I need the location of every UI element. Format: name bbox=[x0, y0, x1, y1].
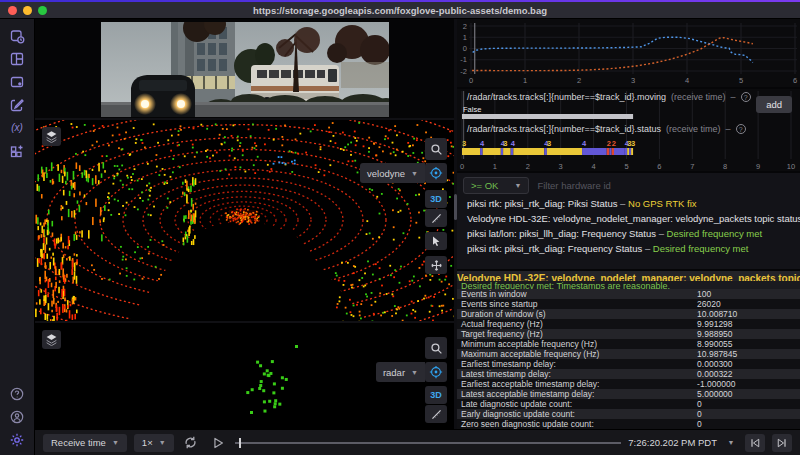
extensions-icon[interactable] bbox=[2, 139, 32, 162]
moving-state-bar bbox=[462, 114, 633, 119]
message-separator: – bbox=[642, 243, 653, 254]
layouts-icon[interactable] bbox=[2, 47, 32, 70]
diagnostic-message-row[interactable]: piksi lat/lon: piksi_llh_diag: Frequency… bbox=[457, 226, 800, 241]
diagnostic-message-row[interactable]: Velodyne HDL-32E: velodyne_nodelet_manag… bbox=[457, 211, 800, 226]
diagnostic-detail-title: Velodyne HDL-32E: velodyne_nodelet_manag… bbox=[457, 271, 800, 281]
status-state-label: 3 bbox=[547, 139, 551, 148]
timeline-playhead[interactable] bbox=[239, 438, 241, 448]
state-transitions-panel: 012345678910False3443443422433 /radar/tr… bbox=[457, 89, 800, 173]
follow-target-icon[interactable] bbox=[425, 362, 447, 382]
status-state-segment bbox=[614, 148, 625, 155]
frame-select-dropdown[interactable]: radar▼ bbox=[376, 362, 425, 382]
status-state-segment bbox=[607, 148, 610, 155]
table-row: Earliest acceptable timestamp delay:-1.0… bbox=[457, 379, 800, 389]
seek-backward-button[interactable] bbox=[745, 434, 765, 452]
row-value: 0 bbox=[697, 419, 800, 429]
help-icon[interactable]: ? bbox=[741, 92, 751, 102]
message-label: piksi rtk: piksi_rtk_diag: Frequency Sta… bbox=[467, 243, 642, 254]
resize-grip[interactable] bbox=[454, 194, 457, 220]
row-label: Zero seen diagnostic update count: bbox=[457, 419, 697, 429]
row-label: Latest acceptable timestamp delay: bbox=[457, 389, 697, 399]
timestamp-mode-dropdown[interactable]: Receive time ▼ bbox=[43, 434, 127, 452]
svg-text:2: 2 bbox=[463, 22, 467, 31]
frame-select-value: radar bbox=[383, 367, 405, 378]
topic-path[interactable]: /radar/tracks.tracks[:]{number==$track_i… bbox=[467, 124, 661, 134]
hardware-id-filter-input[interactable] bbox=[537, 180, 794, 191]
plot-gridlines: 0123456210-1-2 bbox=[460, 22, 797, 86]
plot-series-track-velocity-blue bbox=[473, 37, 753, 62]
account-icon[interactable] bbox=[2, 405, 32, 428]
play-button-icon[interactable] bbox=[208, 434, 228, 452]
seek-forward-button[interactable] bbox=[772, 434, 792, 452]
3d-mode-button[interactable]: 3D bbox=[425, 386, 447, 404]
plot-series-track-accel-orange bbox=[472, 38, 753, 71]
status-state-label: 4 bbox=[480, 139, 485, 148]
time-format-dropdown-icon[interactable]: ▼ bbox=[724, 434, 738, 452]
add-panel-icon[interactable] bbox=[2, 70, 32, 93]
layers-icon[interactable] bbox=[42, 330, 61, 349]
diagnostic-table: Events in window100Events since startup2… bbox=[457, 289, 800, 429]
help-icon[interactable] bbox=[2, 382, 32, 405]
table-row: Target frequency (Hz)9.988950 bbox=[457, 329, 800, 339]
row-label: Earliest timestamp delay: bbox=[457, 359, 697, 369]
svg-text:2: 2 bbox=[577, 76, 581, 85]
select-cursor-icon[interactable] bbox=[425, 232, 447, 250]
row-value: 26020 bbox=[697, 299, 800, 309]
diagnostic-message-row[interactable]: piksi rtk: piksi_rtk_diag: Frequency Sta… bbox=[457, 241, 800, 256]
playback-time: 7:26:20.202 PM PDT bbox=[628, 437, 717, 448]
frame-select-dropdown[interactable]: velodyne▼ bbox=[360, 163, 425, 183]
3d-mode-button[interactable]: 3D bbox=[425, 190, 447, 208]
data-source-icon[interactable] bbox=[2, 24, 32, 47]
svg-text:-1: -1 bbox=[460, 55, 467, 64]
transition-topic-row: /radar/tracks.tracks[:]{number==$track_i… bbox=[467, 124, 746, 134]
playback-speed-value: 1× bbox=[142, 437, 153, 448]
svg-text:0: 0 bbox=[460, 162, 464, 171]
row-value: 10.987845 bbox=[697, 349, 800, 359]
status-state-label: 4 bbox=[582, 139, 587, 148]
diagnostic-message-row[interactable]: piksi rtk: piksi_rtk_diag: Piksi Status … bbox=[457, 196, 800, 211]
receive-time-label: (receive time) bbox=[666, 124, 721, 134]
timeline-track[interactable] bbox=[235, 442, 622, 444]
svg-text:3: 3 bbox=[559, 162, 563, 171]
follow-target-icon[interactable] bbox=[425, 163, 447, 183]
row-value: 8.990055 bbox=[697, 339, 800, 349]
topic-path[interactable]: /radar/tracks.tracks[:]{number==$track_i… bbox=[467, 92, 666, 102]
playback-timeline-slider[interactable] bbox=[235, 434, 622, 452]
svg-text:4: 4 bbox=[592, 162, 596, 171]
zoom-tool-icon[interactable] bbox=[425, 337, 447, 359]
titlebar: https://storage.googleapis.com/foxglove-… bbox=[0, 2, 800, 19]
measure-tool-icon[interactable] bbox=[425, 209, 447, 227]
column-resize-handle[interactable] bbox=[454, 19, 457, 429]
lidar-pointcloud-view[interactable] bbox=[35, 120, 454, 323]
severity-filter-dropdown[interactable]: >= OK ▼ bbox=[463, 177, 529, 194]
settings-icon[interactable] bbox=[2, 428, 32, 451]
message-separator: – bbox=[617, 198, 628, 209]
table-row: Minimum acceptable frequency (Hz)8.99005… bbox=[457, 339, 800, 349]
add-series-button[interactable]: add bbox=[756, 96, 792, 113]
measure-tool-icon[interactable] bbox=[425, 405, 447, 423]
zoom-tool-icon[interactable] bbox=[425, 138, 447, 160]
message-status-value: Desired frequency met bbox=[653, 243, 749, 254]
playback-speed-dropdown[interactable]: 1× ▼ bbox=[134, 434, 174, 452]
loop-playback-icon[interactable] bbox=[181, 434, 201, 452]
status-state-segment bbox=[582, 148, 607, 155]
table-row: Latest timestamp delay:0.000322 bbox=[457, 369, 800, 379]
row-label: Actual frequency (Hz) bbox=[457, 319, 697, 329]
status-state-segment bbox=[480, 148, 483, 155]
message-status-value: Desired frequency met bbox=[667, 228, 763, 239]
playback-bar: Receive time ▼ 1× ▼ 7:26:20.202 PM PD bbox=[35, 429, 800, 455]
edit-layout-icon[interactable] bbox=[2, 93, 32, 116]
severity-filter-value: >= OK bbox=[471, 180, 498, 191]
moving-state-label: False bbox=[463, 105, 481, 114]
svg-text:10: 10 bbox=[787, 162, 795, 171]
plot-chart[interactable]: 0123456210-1-2 bbox=[457, 19, 800, 89]
pan-tool-icon[interactable] bbox=[425, 256, 447, 274]
help-icon[interactable]: ? bbox=[736, 124, 746, 134]
status-state-segment bbox=[629, 148, 631, 155]
svg-text:6: 6 bbox=[793, 76, 797, 85]
svg-text:5: 5 bbox=[739, 76, 743, 85]
variables-icon[interactable]: (x) bbox=[2, 116, 32, 139]
chevron-down-icon: ▼ bbox=[411, 170, 418, 177]
status-state-segment bbox=[627, 148, 629, 155]
layers-icon[interactable] bbox=[42, 127, 61, 146]
